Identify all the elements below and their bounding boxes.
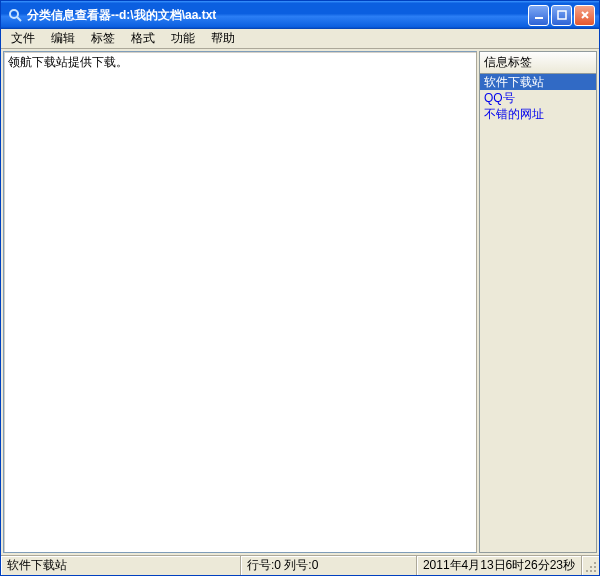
maximize-button[interactable] (551, 5, 572, 26)
svg-rect-3 (558, 11, 566, 19)
sidebar: 信息标签 软件下载站QQ号不错的网址 (479, 51, 597, 553)
minimize-button[interactable] (528, 5, 549, 26)
resize-grip[interactable] (581, 556, 599, 575)
tag-list[interactable]: 软件下载站QQ号不错的网址 (479, 74, 597, 553)
menu-edit[interactable]: 编辑 (43, 29, 83, 48)
svg-point-0 (10, 10, 18, 18)
statusbar: 软件下载站 行号:0 列号:0 2011年4月13日6时26分23秒 (1, 555, 599, 575)
menubar: 文件 编辑 标签 格式 功能 帮助 (1, 29, 599, 49)
status-datetime: 2011年4月13日6时26分23秒 (417, 556, 581, 575)
menu-help[interactable]: 帮助 (203, 29, 243, 48)
menu-tag[interactable]: 标签 (83, 29, 123, 48)
text-editor[interactable]: 领航下载站提供下载。 (3, 51, 477, 553)
app-icon (7, 7, 23, 23)
app-window: 分类信息查看器--d:\我的文档\aa.txt 文件 编辑 标签 格式 功能 帮… (0, 0, 600, 576)
sidebar-header: 信息标签 (479, 51, 597, 74)
window-title: 分类信息查看器--d:\我的文档\aa.txt (27, 7, 528, 24)
close-button[interactable] (574, 5, 595, 26)
titlebar[interactable]: 分类信息查看器--d:\我的文档\aa.txt (1, 1, 599, 29)
svg-line-1 (17, 17, 21, 21)
client-area: 领航下载站提供下载。 信息标签 软件下载站QQ号不错的网址 (1, 49, 599, 555)
list-item[interactable]: QQ号 (480, 90, 596, 106)
menu-format[interactable]: 格式 (123, 29, 163, 48)
menu-function[interactable]: 功能 (163, 29, 203, 48)
list-item[interactable]: 软件下载站 (480, 74, 596, 90)
svg-rect-2 (535, 17, 543, 19)
status-cursor: 行号:0 列号:0 (241, 556, 417, 575)
status-left: 软件下载站 (1, 556, 241, 575)
window-controls (528, 5, 595, 26)
list-item[interactable]: 不错的网址 (480, 106, 596, 122)
menu-file[interactable]: 文件 (3, 29, 43, 48)
